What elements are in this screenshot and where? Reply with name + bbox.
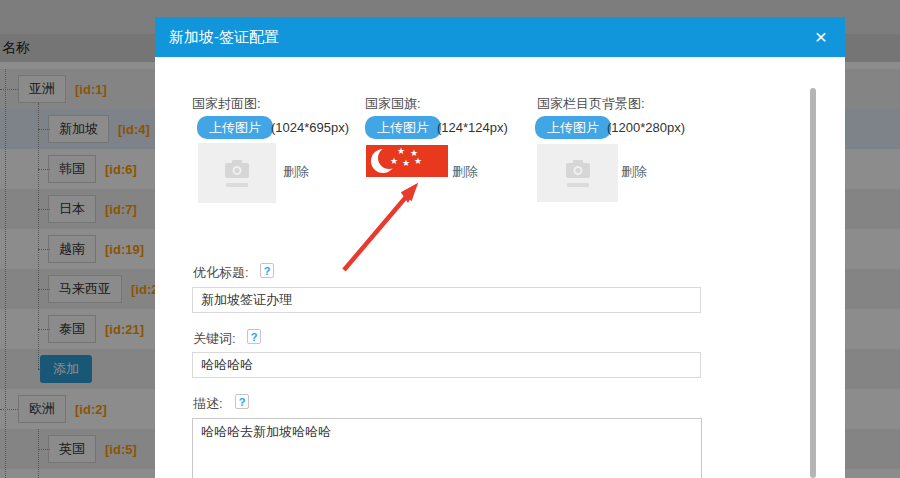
flag-star: ★ <box>414 157 422 166</box>
modal-scrollbar[interactable] <box>810 88 816 478</box>
column-bg-label: 国家栏目页背景图: <box>537 95 645 113</box>
flag-dimensions: (124*124px) <box>437 116 508 139</box>
help-icon[interactable]: ? <box>260 263 274 278</box>
description-textarea[interactable]: 哈哈哈去新加坡哈哈哈 <box>192 418 702 478</box>
delete-flag-link[interactable]: 删除 <box>452 163 478 181</box>
delete-cover-link[interactable]: 删除 <box>283 163 309 181</box>
modal-header: 新加坡-签证配置 × <box>155 17 845 57</box>
cover-dimensions: (1024*695px) <box>271 116 349 139</box>
help-icon[interactable]: ? <box>247 329 261 344</box>
placeholder-caption <box>226 183 248 187</box>
upload-flag-button[interactable]: 上传图片 <box>365 116 441 139</box>
placeholder-caption <box>567 183 589 187</box>
camera-icon <box>565 159 591 179</box>
cover-image-label: 国家封面图: <box>192 95 261 113</box>
help-icon[interactable]: ? <box>235 394 249 409</box>
flag-star: ★ <box>390 157 398 166</box>
column-bg-placeholder[interactable] <box>537 144 618 202</box>
close-icon[interactable]: × <box>809 25 833 49</box>
visa-config-modal: 新加坡-签证配置 × 国家封面图: 上传图片 (1024*695px) 删除 国… <box>155 17 845 478</box>
delete-column-bg-link[interactable]: 删除 <box>621 163 647 181</box>
seo-title-label: 优化标题: <box>193 264 249 282</box>
annotation-arrow <box>335 175 435 285</box>
flag-label: 国家国旗: <box>365 95 421 113</box>
cover-image-placeholder[interactable] <box>198 143 276 203</box>
description-label: 描述: <box>193 395 223 413</box>
keywords-label: 关键词: <box>193 330 236 348</box>
upload-column-bg-button[interactable]: 上传图片 <box>535 116 611 139</box>
modal-body: 国家封面图: 上传图片 (1024*695px) 删除 国家国旗: 上传图片 (… <box>155 57 845 478</box>
camera-icon <box>224 159 250 179</box>
upload-cover-button[interactable]: 上传图片 <box>197 116 273 139</box>
keywords-input[interactable] <box>192 352 701 378</box>
seo-title-input[interactable] <box>192 287 701 313</box>
column-bg-dimensions: (1200*280px) <box>607 116 685 139</box>
flag-star: ★ <box>402 159 410 168</box>
screen: 名称 亚洲 [id:1] 新加坡 [id:4] 韩国 [id:6] 日本 [id… <box>0 0 900 478</box>
singapore-flag-image[interactable]: ★ ★ ★ ★ ★ <box>366 145 448 177</box>
flag-star: ★ <box>397 147 405 156</box>
modal-title: 新加坡-签证配置 <box>169 28 279 47</box>
